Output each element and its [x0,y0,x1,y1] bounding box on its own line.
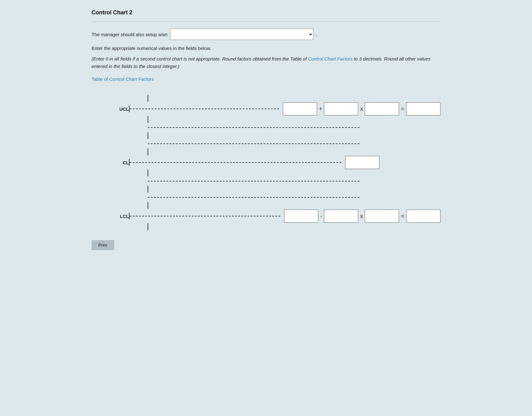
ucl-dashed-line [130,109,279,109]
cl-label: CL [110,160,129,165]
mid-tick-1 [148,132,148,139]
period-dot: . [316,31,317,38]
note-part1: (Enter 0 in all fields if a second contr… [92,56,308,61]
lcl-result-input[interactable] [406,210,440,223]
lcl-formula: - x = [284,210,440,223]
ucl-label: UCL [110,106,129,112]
lower-tick-2 [148,202,148,209]
lcl-label: LCL [110,214,129,219]
dashed-line-4 [148,197,359,198]
below-cl-tick-row [148,169,440,177]
top-tick-row [148,94,440,102]
lower-tick-row-1 [148,185,440,193]
lcl-input2[interactable] [324,210,358,223]
setup-label: The manager should also setup a/an [92,32,168,37]
chart-diagram: UCL + x = [110,94,440,231]
lower-tick-1 [148,186,148,193]
bottom-button-area: Prev [92,240,440,250]
lcl-x-sign: x [360,213,363,220]
dashed-row-3 [148,177,440,185]
lcl-equals-sign: = [401,213,404,220]
ucl-plus-sign: + [319,106,322,112]
mid-tick-2 [148,148,148,155]
ucl-input1[interactable] [283,102,317,115]
ucl-input2[interactable] [324,102,358,115]
ucl-equals-sign: = [401,106,404,112]
instruction-text: Enter the appropriate numerical values i… [92,46,440,51]
cl-input[interactable] [345,156,379,169]
dashed-line-3 [148,181,359,181]
below-cl-tick [148,170,148,177]
lcl-input3[interactable] [365,210,399,223]
lcl-row: LCL - x = [110,210,440,223]
prev-button[interactable]: Prev [92,240,114,250]
page-title: Control Chart 2 [92,9,440,16]
top-tick [148,95,148,102]
lower-tick-row-2 [148,201,440,210]
dashed-row-4 [148,193,440,201]
mid-tick-row-2 [148,148,440,156]
table-of-factors-link[interactable]: Table of Control Chart Factors [92,76,154,82]
below-ucl-tick [148,116,148,123]
dashed-row-1 [148,123,440,132]
bottom-tick-row [148,223,440,231]
lcl-minus-sign: - [320,213,322,220]
note-text: (Enter 0 in all fields if a second contr… [92,55,440,70]
lcl-input1[interactable] [284,210,318,223]
cl-dashed-line [130,162,341,163]
mid-tick-row-1 [148,132,440,140]
ucl-formula: + x = [283,102,440,115]
ucl-input3[interactable] [365,102,399,115]
ucl-row: UCL + x = [110,102,440,115]
lcl-dashed-line [130,216,280,216]
dashed-line-1 [148,127,359,128]
bottom-tick [148,223,148,230]
chart-type-select[interactable] [170,29,313,40]
dashed-row-2 [148,140,440,148]
divider [92,22,440,22]
dashed-line-2 [148,143,359,144]
note-link[interactable]: Control Chart Factors [308,56,353,61]
ucl-x-sign: x [360,106,363,112]
below-ucl-tick-row [148,115,440,123]
cl-input-wrapper [345,156,379,169]
setup-row: The manager should also setup a/an . [92,29,440,40]
ucl-result-input[interactable] [406,102,440,115]
cl-row: CL [110,156,440,169]
